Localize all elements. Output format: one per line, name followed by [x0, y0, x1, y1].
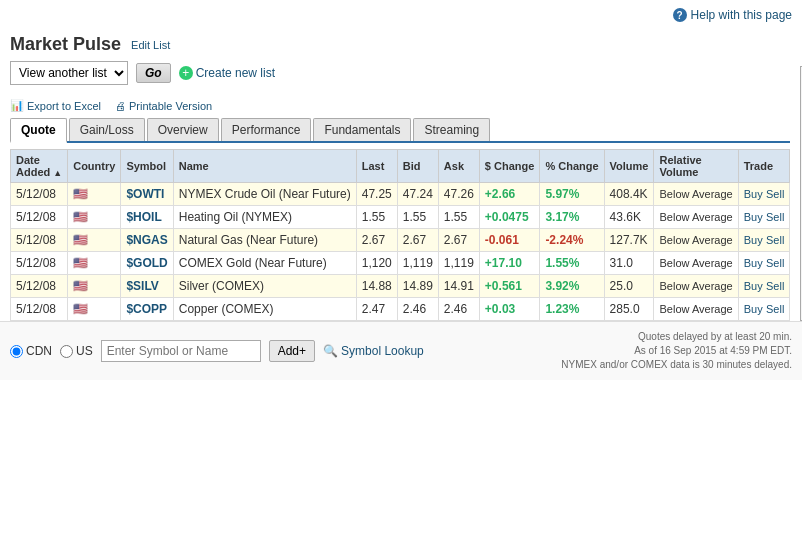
col-trade: Trade — [738, 150, 790, 183]
cell-trade: Buy Sell — [738, 183, 790, 206]
tab-fundamentals[interactable]: Fundamentals — [313, 118, 411, 141]
symbol-link[interactable]: $SILV — [126, 279, 158, 293]
col-bid: Bid — [397, 150, 438, 183]
cell-symbol: $NGAS — [121, 229, 173, 252]
symbol-link[interactable]: $HOIL — [126, 210, 161, 224]
buy-link[interactable]: Buy — [744, 234, 763, 246]
sell-link[interactable]: Sell — [766, 234, 784, 246]
sell-link[interactable]: Sell — [766, 280, 784, 292]
bottom-us-radio[interactable] — [60, 345, 73, 358]
disclaimer-text: Quotes delayed by at least 20 min. As of… — [432, 330, 792, 372]
plus-icon: + — [179, 66, 193, 80]
cell-bid: 1.55 — [397, 206, 438, 229]
buy-link[interactable]: Buy — [744, 188, 763, 200]
view-another-list-dropdown[interactable]: View another list — [10, 61, 128, 85]
printable-version-link[interactable]: 🖨 Printable Version — [115, 100, 212, 112]
cell-volume: 127.7K — [604, 229, 654, 252]
tab-overview[interactable]: Overview — [147, 118, 219, 141]
market-table: DateAdded ▲ Country Symbol Name Last Bid… — [10, 149, 790, 321]
cell-bid: 47.24 — [397, 183, 438, 206]
cell-country: 🇺🇸 — [68, 183, 121, 206]
bottom-cdn-radio[interactable] — [10, 345, 23, 358]
bottom-symbol-input[interactable] — [101, 340, 261, 362]
cell-symbol: $COPP — [121, 298, 173, 321]
cell-last: 2.67 — [356, 229, 397, 252]
table-row: 5/12/08 🇺🇸 $COPP Copper (COMEX) 2.47 2.4… — [11, 298, 790, 321]
col-change-pct: % Change — [540, 150, 604, 183]
tab-gainloss[interactable]: Gain/Loss — [69, 118, 145, 141]
page-title: Market Pulse — [10, 34, 121, 55]
help-link[interactable]: ? Help with this page — [673, 8, 792, 22]
col-change-dollar: $ Change — [479, 150, 540, 183]
tab-performance[interactable]: Performance — [221, 118, 312, 141]
cell-country: 🇺🇸 — [68, 229, 121, 252]
table-row: 5/12/08 🇺🇸 $GOLD COMEX Gold (Near Future… — [11, 252, 790, 275]
symbol-link[interactable]: $OWTI — [126, 187, 164, 201]
cell-ask: 47.26 — [438, 183, 479, 206]
cell-ask: 14.91 — [438, 275, 479, 298]
col-rel-volume: RelativeVolume — [654, 150, 738, 183]
add-button[interactable]: Add+ — [269, 340, 315, 362]
cell-volume: 43.6K — [604, 206, 654, 229]
cell-change-dollar: +17.10 — [479, 252, 540, 275]
col-ask: Ask — [438, 150, 479, 183]
cell-trade: Buy Sell — [738, 229, 790, 252]
cell-bid: 2.46 — [397, 298, 438, 321]
print-icon: 🖨 — [115, 100, 126, 112]
cell-change-pct: 1.55% — [540, 252, 604, 275]
cell-name: COMEX Gold (Near Future) — [173, 252, 356, 275]
symbol-link[interactable]: $COPP — [126, 302, 167, 316]
buy-link[interactable]: Buy — [744, 211, 763, 223]
left-section: Market Pulse Edit List View another list… — [10, 26, 790, 321]
edit-list-link[interactable]: Edit List — [131, 39, 170, 51]
symbol-link[interactable]: $NGAS — [126, 233, 167, 247]
cell-change-dollar: -0.061 — [479, 229, 540, 252]
cell-symbol: $SILV — [121, 275, 173, 298]
tab-streaming[interactable]: Streaming — [413, 118, 490, 141]
cell-volume: 31.0 — [604, 252, 654, 275]
cell-change-dollar: +0.03 — [479, 298, 540, 321]
col-date-added[interactable]: DateAdded ▲ — [11, 150, 68, 183]
cell-last: 2.47 — [356, 298, 397, 321]
buy-link[interactable]: Buy — [744, 280, 763, 292]
cell-bid: 14.89 — [397, 275, 438, 298]
controls-row: View another list Go + Create new list — [10, 61, 790, 95]
sell-link[interactable]: Sell — [766, 188, 784, 200]
top-bar: ? Help with this page — [0, 0, 802, 26]
cell-country: 🇺🇸 — [68, 298, 121, 321]
cell-symbol: $HOIL — [121, 206, 173, 229]
cell-volume: 25.0 — [604, 275, 654, 298]
export-excel-link[interactable]: 📊 Export to Excel — [10, 99, 101, 112]
go-button[interactable]: Go — [136, 63, 171, 83]
cell-date: 5/12/08 — [11, 229, 68, 252]
cell-ask: 1,119 — [438, 252, 479, 275]
table-row: 5/12/08 🇺🇸 $NGAS Natural Gas (Near Futur… — [11, 229, 790, 252]
cell-last: 47.25 — [356, 183, 397, 206]
cell-date: 5/12/08 — [11, 298, 68, 321]
sell-link[interactable]: Sell — [766, 257, 784, 269]
bottom-us-label[interactable]: US — [60, 344, 93, 358]
cell-change-dollar: +0.561 — [479, 275, 540, 298]
cell-name: Copper (COMEX) — [173, 298, 356, 321]
bottom-symbol-lookup-link[interactable]: 🔍 Symbol Lookup — [323, 344, 424, 358]
buy-link[interactable]: Buy — [744, 257, 763, 269]
cell-last: 1.55 — [356, 206, 397, 229]
tab-quote[interactable]: Quote — [10, 118, 67, 143]
cell-rel-volume: Below Average — [654, 229, 738, 252]
cell-rel-volume: Below Average — [654, 183, 738, 206]
col-volume: Volume — [604, 150, 654, 183]
table-row: 5/12/08 🇺🇸 $HOIL Heating Oil (NYMEX) 1.5… — [11, 206, 790, 229]
table-row: 5/12/08 🇺🇸 $SILV Silver (COMEX) 14.88 14… — [11, 275, 790, 298]
col-name: Name — [173, 150, 356, 183]
page-header: Market Pulse Edit List — [10, 26, 790, 61]
buy-link[interactable]: Buy — [744, 303, 763, 315]
bottom-cdn-label[interactable]: CDN — [10, 344, 52, 358]
create-new-list-link[interactable]: + Create new list — [179, 66, 275, 80]
symbol-link[interactable]: $GOLD — [126, 256, 167, 270]
cell-name: Natural Gas (Near Future) — [173, 229, 356, 252]
cell-last: 14.88 — [356, 275, 397, 298]
sell-link[interactable]: Sell — [766, 303, 784, 315]
cell-change-pct: 3.17% — [540, 206, 604, 229]
cell-trade: Buy Sell — [738, 206, 790, 229]
sell-link[interactable]: Sell — [766, 211, 784, 223]
